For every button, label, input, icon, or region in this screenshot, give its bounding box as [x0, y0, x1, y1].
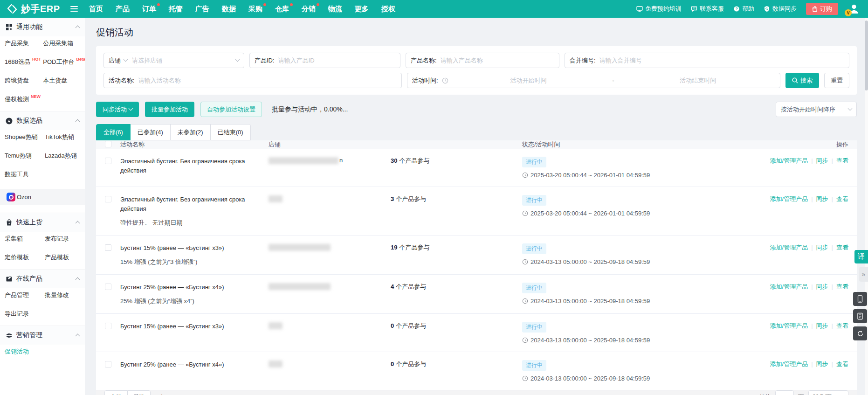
sidebar-item-public-collect-box[interactable]: 公用采集箱 [43, 39, 73, 48]
nav-item-home[interactable]: 首页 [89, 5, 103, 14]
product-name-input[interactable] [441, 57, 554, 64]
manage-products-link[interactable]: 添加/管理产品 [770, 244, 808, 251]
tab-all[interactable]: 全部(6) [96, 124, 131, 140]
view-link[interactable]: 查看 [836, 322, 848, 329]
view-link[interactable]: 查看 [836, 157, 848, 164]
nav-item-logistics[interactable]: 物流 [328, 5, 342, 14]
sidebar-item-data-tools[interactable]: 数据工具 [5, 170, 29, 179]
sidebar-item-infringement-check[interactable]: 侵权检测NEW [5, 95, 40, 104]
prev-page-icon[interactable]: ‹ [732, 393, 736, 395]
row-checkbox[interactable] [105, 284, 111, 290]
sidebar-item-pod-workbench[interactable]: POD工作台Beta [43, 58, 85, 66]
select-all-checkbox[interactable] [105, 141, 111, 147]
sidebar-item-lazada-hot[interactable]: Lazada热销 [45, 152, 77, 160]
expand-panel-button[interactable]: » [859, 267, 868, 282]
end-time-placeholder[interactable]: 活动结束时间 [620, 76, 775, 85]
sidebar-item-batch-edit[interactable]: 批量修改 [45, 291, 69, 299]
merge-number-field[interactable]: 合并编号: [565, 53, 849, 68]
row-checkbox[interactable] [105, 244, 111, 251]
merge-number-input[interactable] [599, 57, 844, 64]
sort-select[interactable]: 按活动开始时间降序 [776, 102, 857, 117]
sidebar-item-pricing-template[interactable]: 定价模板 [5, 253, 29, 262]
order-button[interactable]: 订购 [806, 3, 838, 15]
sync-link[interactable]: 同步 [816, 195, 828, 202]
select-all-button[interactable]: 全选 [104, 390, 128, 395]
row-checkbox[interactable] [105, 361, 111, 367]
row-checkbox[interactable] [105, 158, 111, 164]
view-link[interactable]: 查看 [836, 195, 848, 202]
tab-ended[interactable]: 已结束(0) [210, 124, 251, 140]
free-training-link[interactable]: 免费预约培训 [636, 5, 682, 13]
scrollbar-thumb[interactable] [865, 21, 868, 90]
auto-join-settings-button[interactable]: 自动参加活动设置 [200, 102, 262, 117]
manage-products-link[interactable]: 添加/管理产品 [770, 157, 808, 164]
shop-type-select[interactable]: 店铺 [109, 56, 127, 65]
nav-item-more[interactable]: 更多 [355, 5, 369, 14]
nav-item-distribution[interactable]: 分销 [302, 5, 316, 14]
sync-link[interactable]: 同步 [816, 283, 828, 290]
product-id-input[interactable] [278, 57, 395, 64]
next-page-icon[interactable]: › [751, 393, 755, 395]
shop-select[interactable]: 店铺 [103, 53, 244, 68]
nav-item-data[interactable]: 数据 [222, 5, 236, 14]
shop-select-input[interactable] [132, 57, 236, 64]
sidebar-section-data-selection[interactable]: 数据选品 [0, 111, 85, 130]
invert-selection-button[interactable]: 反选 [127, 390, 151, 395]
sync-link[interactable]: 同步 [816, 244, 828, 251]
page-size-select[interactable]: 20条/页 [808, 390, 848, 395]
sidebar-item-shopee-hot[interactable]: Shopee热销 [5, 133, 38, 141]
refresh-tool-button[interactable] [853, 326, 867, 340]
sidebar-item-export-records[interactable]: 导出记录 [5, 310, 29, 318]
sync-link[interactable]: 同步 [816, 360, 828, 367]
phone-tool-button[interactable] [853, 292, 867, 306]
start-time-placeholder[interactable]: 活动开始时间 [451, 76, 606, 85]
nav-item-purchase[interactable]: 采购 [248, 5, 262, 14]
translate-button[interactable]: 译 [854, 250, 868, 263]
sync-link[interactable]: 同步 [816, 157, 828, 164]
contact-support-link[interactable]: 联系客服 [691, 5, 724, 13]
nav-item-orders[interactable]: 订单 [142, 5, 156, 14]
manage-products-link[interactable]: 添加/管理产品 [770, 195, 808, 202]
app-logo[interactable]: 妙手ERP [7, 3, 60, 15]
sidebar-item-1688-selection[interactable]: 1688选品HOT [5, 58, 41, 66]
activity-time-range-picker[interactable]: 活动时间: 活动开始时间 - 活动结束时间 [407, 73, 780, 88]
sidebar-section-quick-listing[interactable]: 快速上货 [0, 213, 85, 232]
activity-name-field[interactable]: 活动名称: [103, 73, 402, 88]
user-avatar[interactable]: V [847, 2, 861, 15]
sidebar-item-product-collect[interactable]: 产品采集 [5, 39, 29, 48]
batch-join-button[interactable]: 批量参加活动 [145, 102, 194, 117]
sidebar-item-product-management[interactable]: 产品管理 [5, 291, 29, 299]
view-link[interactable]: 查看 [836, 244, 848, 251]
nav-item-ads[interactable]: 广告 [195, 5, 209, 14]
hamburger-menu-icon[interactable] [70, 6, 78, 12]
sidebar-section-general[interactable]: 通用功能 [0, 18, 85, 36]
product-name-field[interactable]: 产品名称: [406, 53, 559, 68]
tab-joined[interactable]: 已参加(4) [130, 124, 171, 140]
page-jump-input[interactable] [775, 390, 794, 395]
manage-products-link[interactable]: 添加/管理产品 [770, 283, 808, 290]
document-tool-button[interactable] [853, 309, 867, 323]
reset-button[interactable]: 重置 [824, 73, 849, 88]
sidebar-item-publish-records[interactable]: 发布记录 [45, 235, 69, 243]
sidebar-item-product-template[interactable]: 产品模板 [45, 253, 69, 262]
nav-item-products[interactable]: 产品 [116, 5, 130, 14]
activity-name-input[interactable] [138, 77, 397, 84]
sidebar-section-online-products[interactable]: 在线产品 [0, 269, 85, 288]
nav-item-hosting[interactable]: 托管 [169, 5, 183, 14]
product-id-field[interactable]: 产品ID: [249, 53, 400, 68]
sync-activity-button[interactable]: 同步活动 [96, 102, 139, 117]
nav-item-authorization[interactable]: 授权 [381, 5, 395, 14]
manage-products-link[interactable]: 添加/管理产品 [770, 360, 808, 367]
view-link[interactable]: 查看 [836, 283, 848, 290]
nav-item-warehouse[interactable]: 仓库 [275, 5, 289, 14]
manage-products-link[interactable]: 添加/管理产品 [770, 322, 808, 329]
sidebar-item-promotions[interactable]: 促销活动 [5, 347, 29, 356]
row-checkbox[interactable] [105, 323, 111, 329]
search-button[interactable]: 搜索 [785, 73, 819, 88]
sidebar-item-ozon[interactable]: Ozon [0, 189, 85, 205]
sidebar-item-collect-box[interactable]: 采集箱 [5, 235, 23, 243]
view-link[interactable]: 查看 [836, 360, 848, 367]
sidebar-item-tiktok-hot[interactable]: TikTok热销 [45, 133, 74, 141]
help-link[interactable]: ? 帮助 [733, 5, 754, 13]
row-checkbox[interactable] [105, 196, 111, 202]
